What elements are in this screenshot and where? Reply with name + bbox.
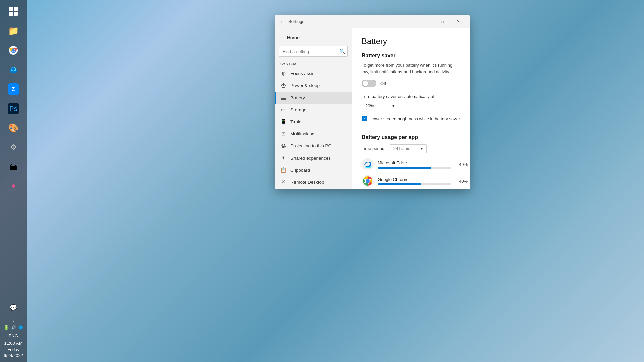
- sidebar-item-focus-assist[interactable]: ◐ Focus assist: [275, 67, 352, 79]
- sidebar-item-power-sleep[interactable]: ⏻ Power & sleep: [275, 79, 352, 92]
- battery-saver-desc: To get more from your battery when it's …: [362, 62, 460, 75]
- tablet-icon: 📱: [280, 119, 286, 125]
- taskbar-microsoft-edge[interactable]: [5, 61, 22, 78]
- toggle-off-label: Off: [380, 81, 386, 86]
- auto-saver-value: 20%: [365, 103, 374, 108]
- taskbar-photoshop[interactable]: Ps: [5, 100, 22, 117]
- taskbar-system-tray: 💬 › 🔋 🔊 🌐 ENG 11:00 AM Friday 6/24/2022: [0, 299, 27, 359]
- sidebar-item-storage[interactable]: ▭ Storage: [275, 104, 352, 116]
- taskbar-google-chrome[interactable]: [5, 42, 22, 59]
- taskbar-chat[interactable]: 💬: [5, 299, 22, 316]
- time-period-label: Time period:: [362, 146, 386, 151]
- sidebar-search-container: 🔍: [279, 46, 348, 57]
- sidebar-item-clipboard[interactable]: 📋 Clipboard: [275, 164, 352, 176]
- battery-sidebar-icon: ▬: [280, 95, 286, 101]
- brightness-label: Lower screen brightness while in battery…: [370, 116, 460, 121]
- google-chrome-info: Google Chrome: [378, 177, 451, 185]
- svg-point-3: [12, 49, 15, 52]
- sidebar-item-projecting[interactable]: 📽 Projecting to this PC: [275, 140, 352, 152]
- focus-assist-icon: ◐: [280, 70, 286, 76]
- microsoft-edge-pct: 49%: [455, 162, 468, 167]
- google-chrome-app-icon: [362, 175, 374, 187]
- settings-window: ← Settings — □ ✕ ⌂ Home: [275, 15, 470, 189]
- taskbar-zalo[interactable]: Z: [5, 80, 22, 98]
- app-usage-google-chrome: Google Chrome 40%: [362, 175, 460, 187]
- brightness-checkbox[interactable]: [362, 116, 367, 121]
- window-controls: — □ ✕: [419, 16, 466, 27]
- multitasking-icon: ⊡: [280, 131, 286, 137]
- volume-sys-icon: 🔊: [11, 325, 16, 330]
- main-content: Battery Battery saver To get more from y…: [352, 28, 470, 189]
- shared-experiences-icon: ✦: [280, 155, 286, 161]
- chat-icon: 💬: [10, 304, 17, 311]
- start-button[interactable]: [5, 3, 22, 20]
- paint3d-icon: ✦: [10, 182, 17, 191]
- back-button[interactable]: ←: [280, 19, 285, 25]
- battery-usage-section: Battery usage per app Time period: 24 ho…: [362, 134, 460, 187]
- network-sys-icon: 🌐: [18, 325, 23, 330]
- taskbar-settings[interactable]: ⚙: [5, 139, 22, 156]
- titlebar: ← Settings — □ ✕: [275, 15, 470, 28]
- minimize-button[interactable]: —: [419, 16, 435, 27]
- app-usage-microsoft-edge: Microsoft Edge 49%: [362, 158, 460, 170]
- home-icon: ⌂: [280, 35, 284, 41]
- sidebar-item-remote-desktop[interactable]: ✕ Remote Desktop: [275, 176, 352, 188]
- microsoft-edge-app-icon: [362, 158, 374, 170]
- taskbar-photos[interactable]: 🏔: [5, 158, 22, 176]
- battery-saver-section: Battery saver To get more from your batt…: [362, 53, 460, 121]
- time-period-dropdown[interactable]: 24 hours ▾: [390, 144, 427, 153]
- maximize-button[interactable]: □: [435, 16, 450, 27]
- google-chrome-pct: 40%: [455, 179, 468, 184]
- close-button[interactable]: ✕: [450, 16, 466, 27]
- time-period-row: Time period: 24 hours ▾: [362, 144, 460, 153]
- taskbar-clock[interactable]: 11:00 AM Friday 6/24/2022: [4, 340, 23, 359]
- battery-saver-toggle-row: Off: [362, 80, 460, 87]
- zalo-icon: Z: [8, 83, 19, 95]
- taskbar: 📁 Z Ps 🎨 ⚙ 🏔: [0, 0, 27, 362]
- dropdown-chevron-icon: ▾: [392, 103, 395, 108]
- power-sleep-icon: ⏻: [280, 82, 286, 88]
- sidebar-item-shared-experiences[interactable]: ✦ Shared experiences: [275, 152, 352, 164]
- time-period-value: 24 hours: [393, 146, 411, 151]
- auto-saver-label: Turn battery saver on automatically at: [362, 94, 460, 99]
- settings-sidebar: ⌂ Home 🔍 System ◐ Focus assist ⏻ Power &…: [275, 28, 352, 189]
- tray-expand-arrow[interactable]: ›: [13, 318, 14, 324]
- taskbar-paint3d[interactable]: ✦: [5, 178, 22, 195]
- google-chrome-bar: [378, 183, 421, 185]
- sidebar-item-tablet[interactable]: 📱 Tablet: [275, 116, 352, 128]
- clipboard-icon: 📋: [280, 167, 286, 173]
- taskbar-language[interactable]: ENG: [9, 333, 18, 339]
- window-body: ⌂ Home 🔍 System ◐ Focus assist ⏻ Power &…: [275, 28, 470, 189]
- auto-saver-dropdown[interactable]: 20% ▾: [362, 102, 398, 110]
- taskbar-paint[interactable]: 🎨: [5, 119, 22, 137]
- toggle-knob: [363, 81, 368, 86]
- battery-sys-icon: 🔋: [4, 325, 9, 330]
- microsoft-edge-bar: [378, 167, 431, 169]
- page-title: Battery: [362, 37, 460, 46]
- paint-icon: 🎨: [8, 123, 19, 133]
- battery-saver-toggle[interactable]: [362, 80, 376, 87]
- svg-point-7: [362, 158, 374, 170]
- section-divider: [362, 129, 460, 129]
- search-icon: 🔍: [339, 49, 345, 54]
- auto-saver-row: Turn battery saver on automatically at 2…: [362, 94, 460, 110]
- sidebar-item-multitasking[interactable]: ⊡ Multitasking: [275, 128, 352, 140]
- sidebar-section-label: System: [275, 60, 352, 67]
- microsoft-edge-name: Microsoft Edge: [378, 160, 451, 165]
- projecting-icon: 📽: [280, 143, 286, 149]
- remote-desktop-icon: ✕: [280, 179, 286, 185]
- settings-gear-icon: ⚙: [10, 143, 17, 152]
- svg-point-11: [366, 179, 370, 183]
- sidebar-home-item[interactable]: ⌂ Home: [275, 31, 352, 44]
- taskbar-file-explorer[interactable]: 📁: [5, 22, 22, 40]
- system-icons-row: 🔋 🔊 🌐: [4, 325, 23, 330]
- chrome-task-icon: [9, 46, 18, 55]
- sidebar-item-battery[interactable]: ▬ Battery: [275, 92, 352, 104]
- brightness-checkbox-row: Lower screen brightness while in battery…: [362, 116, 460, 121]
- battery-saver-title: Battery saver: [362, 53, 460, 59]
- photos-icon: 🏔: [9, 162, 17, 172]
- settings-search-input[interactable]: [279, 46, 348, 57]
- microsoft-edge-info: Microsoft Edge: [378, 160, 451, 169]
- titlebar-title: Settings: [288, 19, 304, 24]
- storage-icon: ▭: [280, 107, 286, 113]
